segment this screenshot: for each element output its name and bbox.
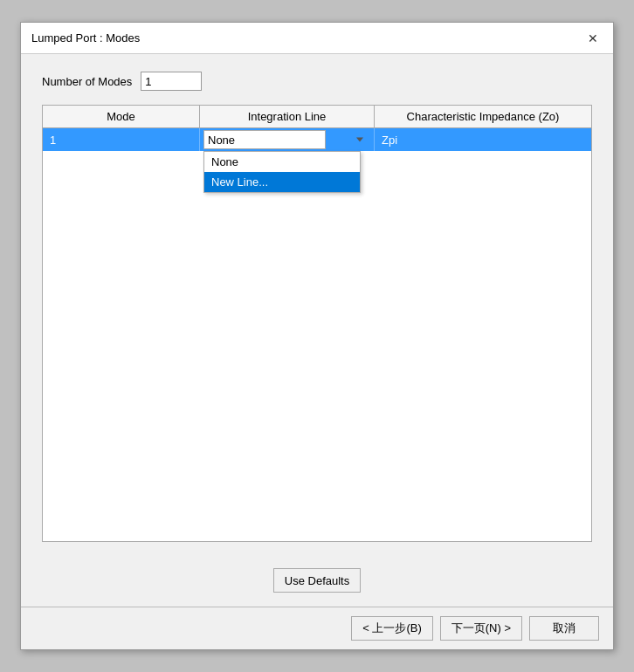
cell-integration-line[interactable]: None New Line... None New Line... [200, 128, 375, 151]
num-modes-row: Number of Modes [42, 72, 592, 91]
header-impedance: Characteristic Impedance (Zo) [375, 106, 591, 127]
cancel-button[interactable]: 取消 [529, 616, 599, 641]
table-header: Mode Integration Line Characteristic Imp… [43, 106, 591, 128]
close-button[interactable]: ✕ [583, 29, 603, 48]
modes-table: Mode Integration Line Characteristic Imp… [42, 105, 592, 542]
next-button[interactable]: 下一页(N) > [440, 616, 522, 641]
cell-mode: 1 [43, 128, 200, 151]
table-row[interactable]: 1 None New Line... None New Line... Zpi [43, 128, 591, 151]
title-bar: Lumped Port : Modes ✕ [21, 23, 613, 54]
use-defaults-button[interactable]: Use Defaults [273, 568, 361, 593]
num-modes-input[interactable] [141, 72, 202, 91]
header-integration-line: Integration Line [200, 106, 375, 127]
dropdown-menu[interactable]: None New Line... [203, 151, 361, 193]
dropdown-option-none[interactable]: None [204, 152, 360, 172]
defaults-row: Use Defaults [21, 559, 613, 607]
footer-buttons: < 上一步(B) 下一页(N) > 取消 [21, 607, 613, 649]
header-mode: Mode [43, 106, 200, 127]
cell-impedance: Zpi [375, 128, 591, 151]
impedance-value: Zpi [382, 134, 397, 147]
num-modes-label: Number of Modes [42, 75, 132, 88]
dropdown-arrow-icon [356, 138, 363, 142]
dialog-content: Number of Modes Mode Integration Line Ch… [21, 54, 613, 559]
dialog-footer: Use Defaults < 上一步(B) 下一页(N) > 取消 [21, 559, 613, 649]
back-button[interactable]: < 上一步(B) [351, 616, 433, 641]
dropdown-option-newline[interactable]: New Line... [204, 172, 360, 192]
integration-line-select[interactable]: None New Line... [203, 130, 326, 149]
dialog-title: Lumped Port : Modes [31, 31, 140, 45]
dialog-window: Lumped Port : Modes ✕ Number of Modes Mo… [20, 22, 614, 650]
